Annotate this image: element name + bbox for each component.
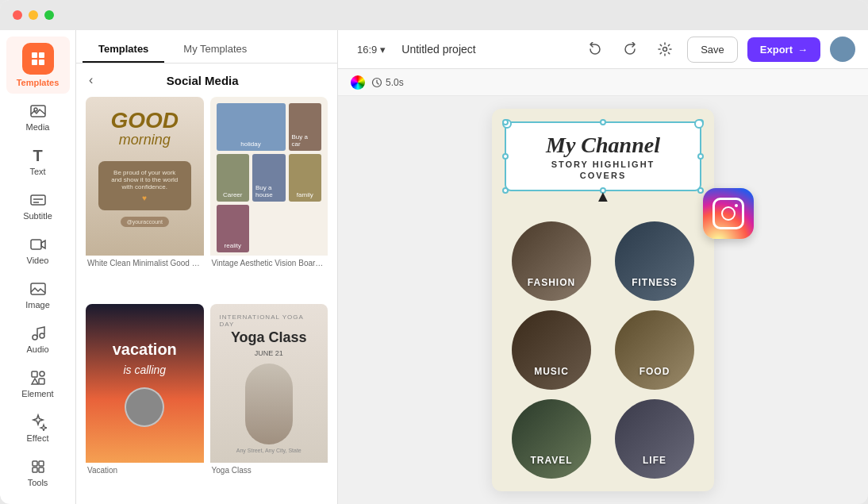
aspect-ratio-chevron: ▾ bbox=[380, 44, 386, 56]
template-card-vacation[interactable]: vacationis calling Vacation bbox=[86, 304, 204, 505]
audio-icon bbox=[29, 324, 48, 343]
sidebar-item-tools[interactable]: Tools bbox=[6, 451, 70, 494]
canvas-title-box[interactable]: My Channel STORY HIGHLIGHT COVERS bbox=[505, 121, 701, 191]
circle-item-music: MUSIC bbox=[505, 310, 598, 390]
app-window: Templates Media T Text bbox=[0, 0, 868, 504]
svg-point-14 bbox=[40, 371, 44, 376]
tools-icon bbox=[29, 457, 48, 476]
export-label: Export bbox=[760, 44, 793, 56]
save-button[interactable]: Save bbox=[687, 37, 738, 63]
template-preview-vacation: vacationis calling bbox=[86, 304, 204, 463]
project-name: Untitled project bbox=[401, 43, 573, 56]
sidebar-item-text[interactable]: T Text bbox=[6, 140, 70, 183]
canvas-subtitle-line2: COVERS bbox=[519, 171, 687, 180]
color-picker-button[interactable] bbox=[351, 75, 365, 90]
export-button[interactable]: Export → bbox=[747, 37, 820, 62]
sidebar-item-media[interactable]: Media bbox=[6, 95, 70, 138]
svg-rect-0 bbox=[32, 52, 37, 58]
back-arrow-button[interactable]: ‹ bbox=[89, 73, 93, 87]
sidebar-item-effect[interactable]: Effect bbox=[6, 406, 70, 449]
handle-r[interactable] bbox=[697, 153, 704, 160]
aspect-ratio-button[interactable]: 16:9 ▾ bbox=[351, 40, 392, 59]
svg-point-11 bbox=[33, 335, 37, 340]
timer-icon bbox=[371, 77, 382, 88]
effect-icon bbox=[29, 413, 48, 432]
handle-br[interactable] bbox=[697, 187, 704, 194]
template-card-good-morning[interactable]: GOOD morning Be proud of your workand sh… bbox=[86, 97, 204, 298]
template-card-yoga-class[interactable]: International Yoga Day Yoga Class JUNE 2… bbox=[210, 304, 328, 505]
svg-rect-3 bbox=[39, 60, 44, 65]
circle-fashion-label: FASHION bbox=[512, 221, 591, 301]
timer-value: 5.0s bbox=[386, 77, 404, 88]
circle-food-label: FOOD bbox=[615, 310, 694, 390]
sidebar-subtitle-label: Subtitle bbox=[23, 211, 52, 221]
sidebar-image-label: Image bbox=[25, 300, 50, 310]
svg-rect-9 bbox=[31, 240, 41, 249]
redo-button[interactable] bbox=[617, 37, 643, 62]
sidebar-item-image[interactable]: Image bbox=[6, 273, 70, 316]
circle-music: MUSIC bbox=[512, 310, 591, 390]
tab-my-templates[interactable]: My Templates bbox=[167, 37, 263, 63]
editor-canvas-area: My Channel STORY HIGHLIGHT COVERS ▲ bbox=[338, 96, 868, 504]
sidebar-templates-label: Templates bbox=[17, 78, 60, 87]
circle-life-label: LIFE bbox=[615, 399, 694, 479]
svg-rect-10 bbox=[31, 283, 45, 294]
sidebar-item-audio[interactable]: Audio bbox=[6, 317, 70, 360]
circle-item-food: FOOD bbox=[608, 310, 701, 390]
circle-travel: TRAVEL bbox=[512, 399, 591, 479]
canvas-title-container: My Channel STORY HIGHLIGHT COVERS ▲ bbox=[505, 121, 701, 191]
handle-bl[interactable] bbox=[502, 187, 509, 194]
undo-button[interactable] bbox=[582, 37, 608, 62]
handle-l[interactable] bbox=[502, 153, 509, 160]
tpl-vacation-avatar bbox=[125, 387, 164, 427]
sidebar-video-label: Video bbox=[27, 256, 49, 265]
circle-item-fashion: FASHION bbox=[505, 221, 598, 301]
text-icon: T bbox=[29, 146, 48, 165]
template-card-vision-board[interactable]: holiday Buy a car Career Buy a house fam… bbox=[210, 97, 328, 298]
editor-area: 16:9 ▾ Untitled project Save Export → bbox=[338, 30, 868, 504]
tpl-good-morning-title: GOOD bbox=[110, 110, 179, 132]
handle-tl[interactable] bbox=[502, 119, 509, 125]
timer-display: 5.0s bbox=[371, 77, 404, 88]
circle-food: FOOD bbox=[615, 310, 694, 390]
instagram-inner-icon bbox=[712, 198, 744, 229]
panel-section-title: Social Media bbox=[167, 74, 239, 87]
video-icon bbox=[29, 235, 48, 254]
template-preview-good-morning: GOOD morning Be proud of your workand sh… bbox=[86, 97, 204, 256]
user-avatar[interactable] bbox=[830, 37, 855, 62]
svg-rect-13 bbox=[32, 371, 37, 377]
tpl-good-morning-card: Be proud of your workand show it to the … bbox=[98, 161, 191, 210]
canvas-main-title: My Channel bbox=[519, 133, 687, 158]
sidebar-item-video[interactable]: Video bbox=[6, 229, 70, 271]
settings-button[interactable] bbox=[652, 37, 678, 62]
tpl-good-morning-subtitle: morning bbox=[119, 132, 171, 148]
canvas-card[interactable]: My Channel STORY HIGHLIGHT COVERS ▲ bbox=[492, 109, 714, 491]
tab-templates[interactable]: Templates bbox=[83, 37, 164, 63]
cursor-indicator: ▲ bbox=[595, 187, 611, 206]
circle-music-label: MUSIC bbox=[512, 310, 591, 390]
minimize-window-button[interactable] bbox=[29, 10, 38, 20]
image-icon bbox=[29, 279, 48, 298]
handle-tr[interactable] bbox=[697, 119, 704, 125]
sidebar-element-label: Element bbox=[21, 389, 53, 398]
sidebar-item-element[interactable]: Element bbox=[6, 362, 70, 405]
sidebar-item-subtitle[interactable]: Subtitle bbox=[6, 184, 70, 227]
editor-toolbar: 16:9 ▾ Untitled project Save Export → bbox=[338, 30, 868, 69]
templates-grid: GOOD morning Be proud of your workand sh… bbox=[76, 97, 337, 504]
template-label-vision-board: Vintage Aesthetic Vision Board Ph... bbox=[210, 256, 328, 271]
panel-title-bar: ‹ Social Media bbox=[76, 63, 337, 97]
maximize-window-button[interactable] bbox=[44, 10, 54, 20]
tpl-yoga-event: International Yoga Day bbox=[220, 314, 319, 328]
sidebar-effect-label: Effect bbox=[27, 433, 49, 443]
template-preview-vision-board: holiday Buy a car Career Buy a house fam… bbox=[210, 97, 328, 256]
sidebar-media-label: Media bbox=[26, 122, 50, 132]
svg-rect-2 bbox=[32, 60, 37, 65]
sidebar-item-templates[interactable]: Templates bbox=[6, 37, 70, 94]
canvas-subtitle-line1: STORY HIGHLIGHT bbox=[519, 160, 687, 169]
subtitle-icon bbox=[29, 190, 48, 210]
circle-fitness-label: FITNESS bbox=[615, 221, 694, 301]
close-window-button[interactable] bbox=[13, 10, 22, 20]
handle-t[interactable] bbox=[600, 119, 606, 125]
sidebar-audio-label: Audio bbox=[26, 344, 48, 354]
left-sidebar: Templates Media T Text bbox=[0, 30, 76, 504]
